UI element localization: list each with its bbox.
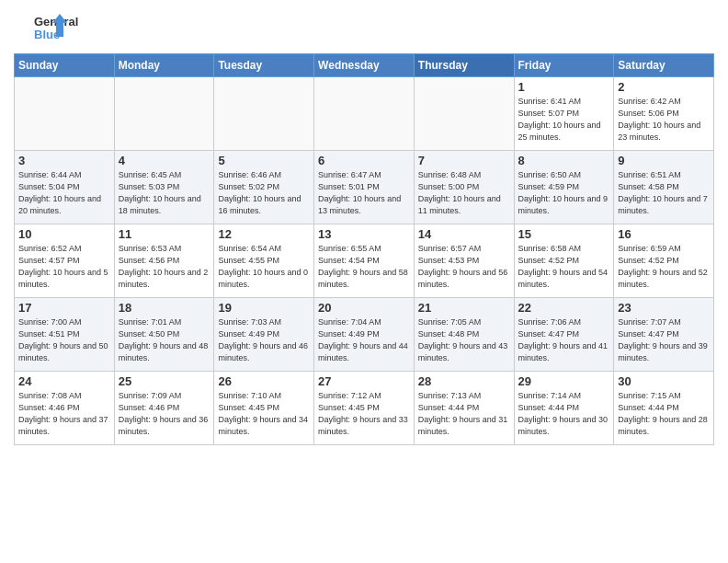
main-container: General Blue SundayMondayTuesdayWednesda… [0, 0, 728, 454]
day-info: Sunrise: 6:57 AM Sunset: 4:53 PM Dayligh… [418, 243, 510, 291]
day-number: 21 [418, 301, 510, 315]
day-number: 1 [518, 80, 610, 94]
day-info: Sunrise: 6:46 AM Sunset: 5:02 PM Dayligh… [218, 169, 310, 217]
day-cell: 15Sunrise: 6:58 AM Sunset: 4:52 PM Dayli… [514, 224, 614, 298]
day-number: 14 [418, 227, 510, 241]
day-number: 18 [119, 301, 210, 315]
day-number: 3 [18, 154, 110, 167]
day-info: Sunrise: 7:07 AM Sunset: 4:47 PM Dayligh… [618, 316, 710, 364]
day-info: Sunrise: 7:10 AM Sunset: 4:45 PM Dayligh… [218, 390, 310, 438]
day-info: Sunrise: 7:12 AM Sunset: 4:45 PM Dayligh… [318, 390, 410, 438]
day-cell: 19Sunrise: 7:03 AM Sunset: 4:49 PM Dayli… [214, 298, 314, 372]
day-number: 10 [18, 227, 110, 241]
day-info: Sunrise: 7:13 AM Sunset: 4:44 PM Dayligh… [418, 390, 510, 438]
column-header-saturday: Saturday [614, 54, 714, 77]
day-number: 6 [318, 154, 410, 167]
day-cell: 9Sunrise: 6:51 AM Sunset: 4:58 PM Daylig… [614, 151, 714, 224]
day-number: 19 [218, 301, 310, 315]
day-number: 30 [618, 374, 710, 388]
day-info: Sunrise: 6:55 AM Sunset: 4:54 PM Dayligh… [318, 243, 410, 291]
day-cell [414, 77, 514, 151]
day-number: 24 [18, 374, 110, 388]
column-header-sunday: Sunday [15, 54, 115, 77]
day-info: Sunrise: 7:03 AM Sunset: 4:49 PM Dayligh… [218, 316, 310, 364]
day-cell: 20Sunrise: 7:04 AM Sunset: 4:49 PM Dayli… [314, 298, 415, 372]
day-number: 29 [518, 374, 610, 388]
day-number: 4 [119, 154, 210, 167]
day-info: Sunrise: 6:48 AM Sunset: 5:00 PM Dayligh… [418, 169, 510, 217]
day-cell: 7Sunrise: 6:48 AM Sunset: 5:00 PM Daylig… [414, 151, 514, 224]
day-number: 2 [618, 80, 710, 94]
day-info: Sunrise: 6:51 AM Sunset: 4:58 PM Dayligh… [618, 169, 710, 217]
day-cell: 10Sunrise: 6:52 AM Sunset: 4:57 PM Dayli… [15, 224, 115, 298]
day-info: Sunrise: 6:44 AM Sunset: 5:04 PM Dayligh… [18, 169, 110, 217]
day-number: 9 [618, 154, 710, 167]
day-cell: 5Sunrise: 6:46 AM Sunset: 5:02 PM Daylig… [214, 151, 314, 224]
day-info: Sunrise: 6:54 AM Sunset: 4:55 PM Dayligh… [218, 243, 310, 291]
day-cell [214, 77, 314, 151]
header-row: SundayMondayTuesdayWednesdayThursdayFrid… [15, 54, 714, 77]
day-cell [114, 77, 214, 151]
week-row-4: 17Sunrise: 7:00 AM Sunset: 4:51 PM Dayli… [15, 298, 714, 372]
day-info: Sunrise: 7:00 AM Sunset: 4:51 PM Dayligh… [18, 316, 110, 364]
day-info: Sunrise: 7:09 AM Sunset: 4:46 PM Dayligh… [119, 390, 210, 438]
week-row-2: 3Sunrise: 6:44 AM Sunset: 5:04 PM Daylig… [15, 151, 714, 224]
day-info: Sunrise: 7:08 AM Sunset: 4:46 PM Dayligh… [18, 390, 110, 438]
day-cell: 18Sunrise: 7:01 AM Sunset: 4:50 PM Dayli… [114, 298, 214, 372]
day-cell: 25Sunrise: 7:09 AM Sunset: 4:46 PM Dayli… [114, 372, 214, 445]
day-info: Sunrise: 7:15 AM Sunset: 4:44 PM Dayligh… [618, 390, 710, 438]
day-number: 5 [218, 154, 310, 167]
day-cell: 28Sunrise: 7:13 AM Sunset: 4:44 PM Dayli… [414, 372, 514, 445]
day-cell: 11Sunrise: 6:53 AM Sunset: 4:56 PM Dayli… [114, 224, 214, 298]
day-number: 11 [119, 227, 210, 241]
day-info: Sunrise: 7:14 AM Sunset: 4:44 PM Dayligh… [518, 390, 610, 438]
day-cell: 3Sunrise: 6:44 AM Sunset: 5:04 PM Daylig… [15, 151, 115, 224]
column-header-tuesday: Tuesday [214, 54, 314, 77]
day-number: 15 [518, 227, 610, 241]
calendar-table: SundayMondayTuesdayWednesdayThursdayFrid… [14, 53, 714, 445]
day-info: Sunrise: 7:04 AM Sunset: 4:49 PM Dayligh… [318, 316, 410, 364]
week-row-3: 10Sunrise: 6:52 AM Sunset: 4:57 PM Dayli… [15, 224, 714, 298]
column-header-thursday: Thursday [414, 54, 514, 77]
day-info: Sunrise: 6:50 AM Sunset: 4:59 PM Dayligh… [518, 169, 610, 217]
day-cell: 8Sunrise: 6:50 AM Sunset: 4:59 PM Daylig… [514, 151, 614, 224]
day-cell: 14Sunrise: 6:57 AM Sunset: 4:53 PM Dayli… [414, 224, 514, 298]
day-cell: 23Sunrise: 7:07 AM Sunset: 4:47 PM Dayli… [614, 298, 714, 372]
day-cell: 6Sunrise: 6:47 AM Sunset: 5:01 PM Daylig… [314, 151, 415, 224]
day-info: Sunrise: 6:53 AM Sunset: 4:56 PM Dayligh… [119, 243, 210, 291]
week-row-5: 24Sunrise: 7:08 AM Sunset: 4:46 PM Dayli… [15, 372, 714, 445]
day-info: Sunrise: 6:41 AM Sunset: 5:07 PM Dayligh… [518, 96, 610, 144]
svg-text:Blue: Blue [34, 28, 60, 41]
day-info: Sunrise: 7:06 AM Sunset: 4:47 PM Dayligh… [518, 316, 610, 364]
day-cell: 4Sunrise: 6:45 AM Sunset: 5:03 PM Daylig… [114, 151, 214, 224]
day-info: Sunrise: 6:45 AM Sunset: 5:03 PM Dayligh… [119, 169, 210, 217]
day-number: 16 [618, 227, 710, 241]
day-cell: 26Sunrise: 7:10 AM Sunset: 4:45 PM Dayli… [214, 372, 314, 445]
day-number: 28 [418, 374, 510, 388]
logo: General Blue [14, 9, 91, 46]
day-cell: 22Sunrise: 7:06 AM Sunset: 4:47 PM Dayli… [514, 298, 614, 372]
column-header-friday: Friday [514, 54, 614, 77]
day-cell: 13Sunrise: 6:55 AM Sunset: 4:54 PM Dayli… [314, 224, 415, 298]
day-number: 20 [318, 301, 410, 315]
day-number: 22 [518, 301, 610, 315]
day-info: Sunrise: 6:52 AM Sunset: 4:57 PM Dayligh… [18, 243, 110, 291]
day-cell: 12Sunrise: 6:54 AM Sunset: 4:55 PM Dayli… [214, 224, 314, 298]
column-header-wednesday: Wednesday [314, 54, 415, 77]
week-row-1: 1Sunrise: 6:41 AM Sunset: 5:07 PM Daylig… [15, 77, 714, 151]
day-number: 26 [218, 374, 310, 388]
day-cell: 30Sunrise: 7:15 AM Sunset: 4:44 PM Dayli… [614, 372, 714, 445]
day-info: Sunrise: 6:59 AM Sunset: 4:52 PM Dayligh… [618, 243, 710, 291]
day-number: 12 [218, 227, 310, 241]
day-cell: 29Sunrise: 7:14 AM Sunset: 4:44 PM Dayli… [514, 372, 614, 445]
day-number: 17 [18, 301, 110, 315]
logo-icon: General Blue [14, 9, 87, 46]
day-info: Sunrise: 6:42 AM Sunset: 5:06 PM Dayligh… [618, 96, 710, 144]
day-number: 23 [618, 301, 710, 315]
day-info: Sunrise: 6:47 AM Sunset: 5:01 PM Dayligh… [318, 169, 410, 217]
day-cell: 16Sunrise: 6:59 AM Sunset: 4:52 PM Dayli… [614, 224, 714, 298]
day-cell [314, 77, 415, 151]
day-cell: 24Sunrise: 7:08 AM Sunset: 4:46 PM Dayli… [15, 372, 115, 445]
day-cell: 2Sunrise: 6:42 AM Sunset: 5:06 PM Daylig… [614, 77, 714, 151]
day-number: 8 [518, 154, 610, 167]
